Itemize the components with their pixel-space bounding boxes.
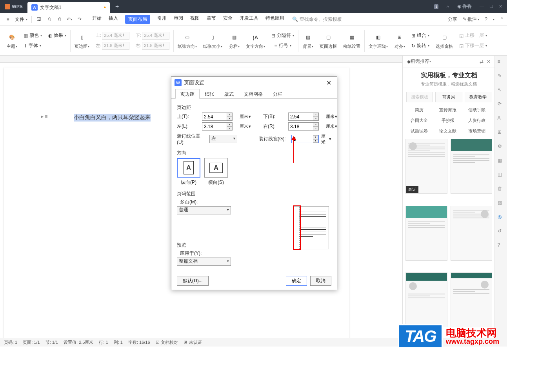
cat-letter[interactable]: 信纸手账	[463, 105, 491, 114]
close-window-icon[interactable]: ✕	[499, 4, 502, 9]
status-cert[interactable]: ⛨ 未认证	[184, 339, 202, 345]
cat-handnote[interactable]: 手抄报	[434, 116, 462, 125]
tab-dev[interactable]: 开发工具	[240, 15, 258, 24]
image-icon[interactable]: ▧	[498, 200, 505, 207]
template-thumb[interactable]	[405, 272, 447, 327]
margins-button[interactable]: ▯ 页边距▾	[75, 32, 89, 49]
margin-top-input[interactable]: 上:25.4 毫米	[96, 31, 129, 40]
history-icon[interactable]: ↺	[498, 228, 505, 235]
cat-contract[interactable]: 合同大全	[405, 116, 433, 125]
tab-view[interactable]: 视图	[190, 15, 200, 24]
dialog-titlebar[interactable]: W 页面设置 ✕	[171, 77, 337, 89]
help-icon[interactable]: ?	[498, 242, 505, 249]
cat-poster[interactable]: 宣传海报	[434, 105, 462, 114]
select-gutter-pos[interactable]: 左	[209, 135, 237, 143]
tab-insert[interactable]: 插入	[109, 15, 118, 24]
share-button[interactable]: 分享	[448, 16, 457, 23]
tab-reference[interactable]: 引用	[157, 15, 167, 24]
template-thumb[interactable]	[451, 272, 493, 327]
default-button[interactable]: 默认(D)...	[177, 276, 209, 286]
file-menu[interactable]: 文件▾	[13, 16, 29, 23]
cat-paper[interactable]: 论文文献	[434, 127, 462, 136]
redo-icon[interactable]: ↷	[75, 15, 84, 24]
tab-business[interactable]: 商务风	[435, 92, 462, 102]
apps-icon[interactable]: ⌂	[446, 4, 449, 9]
template-thumb[interactable]	[451, 206, 493, 261]
background-button[interactable]: ▨背景▾	[302, 32, 313, 49]
unit-right[interactable]: 厘米▾	[326, 123, 340, 129]
select-apply[interactable]: 整篇文档	[177, 258, 231, 266]
page-border-button[interactable]: ▢页面边框	[320, 32, 337, 49]
template-thumb[interactable]	[405, 206, 447, 261]
cancel-button[interactable]: 取消	[310, 276, 331, 286]
unit-gutter[interactable]: 厘米▾	[321, 133, 331, 145]
template-thumb[interactable]: 最近	[405, 139, 447, 194]
tab-section[interactable]: 章节	[207, 15, 216, 24]
status-page-no[interactable]: 页码: 1	[4, 339, 17, 345]
table-icon[interactable]: ⊞	[498, 129, 505, 136]
comment-button[interactable]: ✎批注▾	[463, 16, 479, 23]
panel-menu-icon[interactable]: ⇄	[480, 59, 484, 64]
cat-exam[interactable]: 试题试卷	[405, 127, 433, 136]
effect-button[interactable]: ◐ 效果▾	[48, 31, 66, 40]
print-preview-icon[interactable]: ⎙	[44, 15, 54, 24]
margin-left-input[interactable]: 左:31.8 毫米	[96, 41, 129, 51]
help-icon[interactable]: ?	[485, 16, 487, 22]
tab-layout[interactable]: 版式	[219, 89, 239, 99]
cat-resume[interactable]: 简历	[405, 105, 433, 114]
add-tab-button[interactable]: +	[110, 3, 124, 10]
trash-icon[interactable]: 🗑	[498, 186, 505, 193]
orient-landscape[interactable]: A 横向(S)	[204, 158, 228, 186]
spin-up-icon[interactable]: ▴	[227, 113, 232, 117]
text-direction-button[interactable]: ¦A文字方向▾	[246, 32, 265, 49]
notification-badge[interactable]: 1	[434, 4, 438, 9]
separator-button[interactable]: ⊟ 分隔符▾	[271, 31, 294, 40]
search-template-input[interactable]: 搜索模板	[406, 92, 433, 102]
tab-margins[interactable]: 页边距	[175, 89, 200, 99]
tab-doc-grid[interactable]: 文档网格	[239, 89, 268, 99]
ok-button[interactable]: 确定	[286, 276, 307, 286]
horizontal-ruler[interactable]	[0, 56, 402, 63]
columns-button[interactable]: ▥分栏▾	[229, 32, 240, 49]
spin-down-icon[interactable]: ▾	[227, 117, 232, 121]
target-icon[interactable]: ◎	[498, 214, 505, 221]
convert-icon[interactable]: ⟳	[498, 101, 505, 108]
cursor-icon[interactable]: ↖	[498, 87, 505, 94]
command-search[interactable]: 🔍 查找命令、搜索模板	[292, 16, 342, 23]
tab-page-layout[interactable]: 页面布局	[125, 15, 150, 24]
undo-icon[interactable]: ↶▾	[65, 15, 74, 24]
align-button[interactable]: ⊞对齐▾	[394, 32, 405, 49]
minimize-icon[interactable]: —	[480, 4, 484, 9]
tab-special[interactable]: 特色应用	[265, 15, 284, 24]
orient-portrait[interactable]: A 纵向(P)	[177, 158, 200, 186]
print-icon[interactable]: ⎙	[55, 15, 64, 24]
cat-hr[interactable]: 人资行政	[463, 116, 491, 125]
tab-start[interactable]: 开始	[92, 15, 102, 24]
hamburger-icon[interactable]: ≡	[498, 59, 505, 66]
tab-security[interactable]: 安全	[223, 15, 233, 24]
font-button[interactable]: T 字体▾	[24, 41, 41, 51]
tab-columns[interactable]: 分栏	[268, 89, 287, 99]
paper-size-button[interactable]: ▯纸张大小▾	[203, 32, 222, 49]
text-icon[interactable]: A	[498, 115, 505, 122]
edit-icon[interactable]: ✎	[498, 73, 505, 80]
color-button[interactable]: ▦ 颜色▾	[24, 31, 42, 40]
gallery-icon[interactable]: ▦	[498, 158, 505, 165]
dialog-close-button[interactable]: ✕	[324, 79, 334, 87]
save-icon[interactable]: 🖫	[34, 15, 44, 24]
unit-bottom[interactable]: 厘米▾	[326, 114, 340, 120]
menu-icon[interactable]: ≡	[3, 15, 13, 24]
combine-button[interactable]: ⊞ 组合▾	[411, 31, 429, 40]
collapse-ribbon-icon[interactable]: ⌃	[500, 16, 504, 22]
line-number-button[interactable]: ≡ 行号▾	[274, 41, 291, 51]
unit-left[interactable]: 厘米▾	[240, 123, 254, 129]
margin-right-input[interactable]: 右:31.8 毫米	[136, 41, 169, 51]
tab-education[interactable]: 教育教学	[465, 92, 491, 102]
selection-pane-button[interactable]: ▢选择窗格	[436, 32, 453, 49]
cat-market[interactable]: 市场营销	[463, 127, 491, 136]
panel-close-icon[interactable]: ✕	[487, 59, 491, 64]
maximize-icon[interactable]: ☐	[489, 4, 493, 9]
theme-button[interactable]: 🎨 主题▾	[6, 32, 17, 49]
tab-review[interactable]: 审阅	[174, 15, 183, 24]
shapes-icon[interactable]: ◫	[498, 172, 505, 179]
